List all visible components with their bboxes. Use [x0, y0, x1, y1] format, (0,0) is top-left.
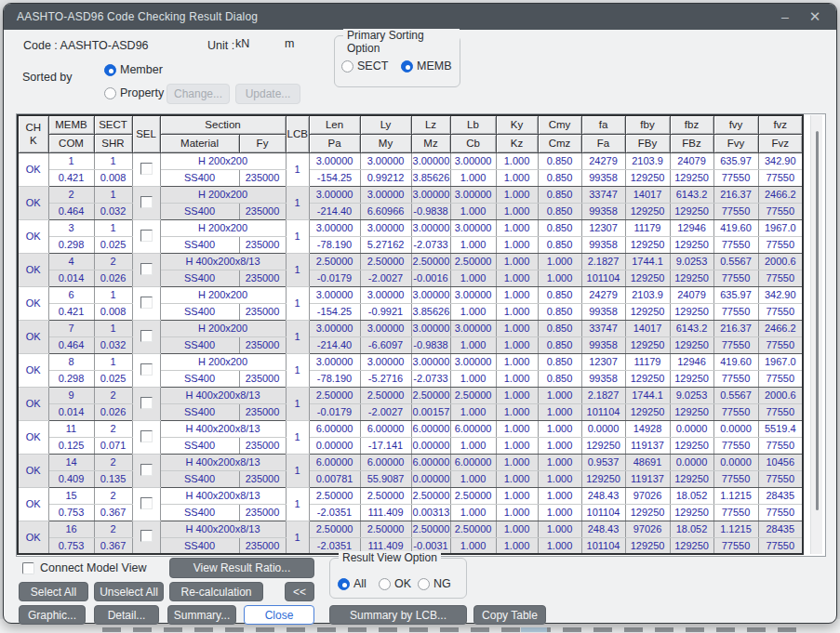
- minimize-icon[interactable]: –: [771, 4, 799, 30]
- row-select-checkbox[interactable]: [140, 397, 153, 409]
- col-chk[interactable]: CHK: [18, 115, 48, 152]
- select-all-button[interactable]: Select All: [19, 582, 88, 601]
- copy-table-button[interactable]: Copy Table: [473, 605, 546, 625]
- radio-all[interactable]: [338, 578, 350, 590]
- col-mz[interactable]: Mz: [411, 134, 450, 152]
- col-fvz[interactable]: fvz: [758, 115, 803, 134]
- col-Fvy[interactable]: Fvy: [713, 134, 758, 152]
- col-fby[interactable]: fby: [625, 115, 670, 134]
- row-select-checkbox[interactable]: [140, 497, 153, 509]
- radio-sect[interactable]: [341, 60, 353, 73]
- col-ly[interactable]: Ly: [360, 115, 411, 134]
- col-shr[interactable]: SHR: [94, 134, 132, 152]
- col-cmy[interactable]: Cmy: [538, 115, 581, 134]
- close-icon[interactable]: ✕: [801, 4, 829, 30]
- radio-ng[interactable]: [418, 578, 430, 590]
- cell-sel: [132, 387, 160, 420]
- titlebar[interactable]: AASHTO-ASD96 Code Checking Result Dialog…: [4, 4, 836, 30]
- col-fy[interactable]: Fy: [239, 134, 286, 152]
- row-select-checkbox[interactable]: [140, 263, 153, 275]
- row-select-checkbox[interactable]: [140, 230, 153, 242]
- col-lcb[interactable]: LCB: [286, 115, 309, 152]
- recalculation-button[interactable]: Re-calculation: [169, 582, 263, 601]
- row-select-checkbox[interactable]: [140, 430, 153, 442]
- col-fvy[interactable]: fvy: [713, 115, 758, 134]
- col-cb[interactable]: Cb: [450, 134, 496, 152]
- graphic-button[interactable]: Graphic...: [19, 605, 86, 625]
- col-section[interactable]: Section: [160, 115, 286, 134]
- row-select-checkbox[interactable]: [140, 297, 153, 309]
- cell-FBy: 119137: [625, 437, 670, 454]
- col-FBy[interactable]: FBy: [625, 134, 670, 152]
- col-kz[interactable]: Kz: [496, 134, 538, 152]
- col-sect[interactable]: SECT: [94, 115, 132, 134]
- summary-by-lcb-button[interactable]: Summary by LCB...: [329, 605, 467, 625]
- cell-section: H 200x200: [160, 320, 286, 336]
- cell-my: 55.9087: [360, 470, 411, 487]
- col-ky[interactable]: Ky: [496, 115, 538, 134]
- row-select-checkbox[interactable]: [140, 163, 153, 175]
- col-sel[interactable]: SEL: [132, 115, 160, 152]
- cell-Fvz: 77550: [758, 236, 803, 253]
- cell-section: H 400x200x8/13: [160, 521, 286, 537]
- summary-button[interactable]: Summary...: [167, 605, 236, 625]
- detail-button[interactable]: Detail...: [94, 605, 159, 625]
- cell-mz: 3.85626: [411, 169, 450, 186]
- result-row-top: OK81H 200x20013.000003.000003.000003.000…: [18, 353, 803, 370]
- cell-memb: 3: [48, 219, 94, 236]
- cell-fbz: 9.0253: [670, 253, 713, 270]
- change-button[interactable]: Change...: [167, 84, 230, 104]
- cell-cmz: 0.850: [538, 236, 581, 253]
- col-pa[interactable]: Pa: [309, 134, 360, 152]
- cell-sel: [132, 152, 160, 186]
- cell-section: H 400x200x8/13: [160, 420, 286, 437]
- cell-kz: 1.000: [496, 504, 538, 521]
- row-select-checkbox[interactable]: [140, 196, 153, 208]
- view-result-ratio-button[interactable]: View Result Ratio...: [169, 558, 314, 578]
- col-lz[interactable]: Lz: [411, 115, 450, 134]
- cell-material: SS400: [160, 537, 239, 554]
- cell-Fvy: 77550: [713, 169, 758, 186]
- row-select-checkbox[interactable]: [140, 530, 153, 542]
- collapse-button[interactable]: <<: [285, 582, 314, 601]
- cell-sel: [132, 521, 160, 554]
- cell-sect: 2: [94, 454, 132, 470]
- unselect-all-button[interactable]: Unselect All: [94, 582, 164, 601]
- cell-sect: 1: [94, 186, 132, 203]
- cell-section: H 200x200: [160, 219, 286, 236]
- radio-ok[interactable]: [379, 578, 391, 590]
- row-select-checkbox[interactable]: [140, 464, 153, 476]
- col-lb[interactable]: Lb: [450, 115, 496, 134]
- scrollbar-thumb[interactable]: [816, 131, 819, 510]
- update-button[interactable]: Update...: [235, 84, 300, 104]
- vertical-scrollbar[interactable]: [810, 115, 822, 554]
- radio-property[interactable]: [104, 87, 116, 99]
- col-fa[interactable]: fa: [581, 115, 625, 134]
- col-my[interactable]: My: [360, 134, 411, 152]
- cell-chk: OK: [18, 186, 48, 219]
- col-Fa[interactable]: Fa: [581, 134, 625, 152]
- cell-com: 0.464: [48, 336, 94, 353]
- row-select-checkbox[interactable]: [140, 363, 153, 376]
- radio-memb[interactable]: [401, 60, 413, 73]
- cell-sect: 1: [94, 320, 132, 336]
- cell-kz: 1.000: [496, 470, 538, 487]
- col-len[interactable]: Len: [309, 115, 360, 134]
- cell-cmz: 1.000: [538, 403, 581, 420]
- cell-section: H 200x200: [160, 286, 286, 303]
- cell-cb: 1.000: [450, 270, 496, 286]
- cell-fy: 235000: [239, 169, 286, 186]
- col-com[interactable]: COM: [48, 134, 94, 152]
- col-memb[interactable]: MEMB: [48, 115, 94, 134]
- col-material[interactable]: Material: [160, 134, 239, 152]
- row-select-checkbox[interactable]: [140, 330, 153, 342]
- col-FBz[interactable]: FBz: [670, 134, 713, 152]
- cell-fbz: 6143.2: [670, 320, 713, 336]
- col-fbz[interactable]: fbz: [670, 115, 713, 134]
- connect-model-view-checkbox[interactable]: [22, 562, 34, 574]
- col-Fvz[interactable]: Fvz: [758, 134, 803, 152]
- radio-member[interactable]: [104, 64, 116, 76]
- close-button[interactable]: Close: [244, 605, 314, 625]
- col-cmz[interactable]: Cmz: [538, 134, 581, 152]
- cell-my: 0.99212: [360, 169, 411, 186]
